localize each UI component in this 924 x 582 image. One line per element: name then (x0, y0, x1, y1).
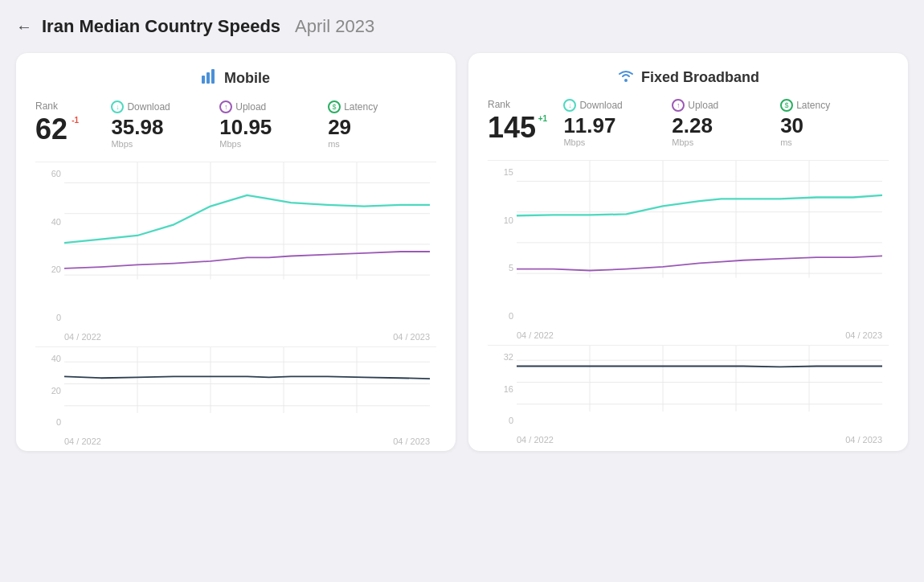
broadband-latency-chart: 32 16 0 04 / 2022 04 / 2023 (488, 345, 889, 449)
broadband-latency: $ Latency 30 ms (780, 99, 889, 147)
cards-row: Mobile Rank 62 -1 ↓ Download 35.98 Mbps (16, 53, 908, 451)
svg-rect-0 (202, 76, 205, 84)
page-header: ← Iran Median Country Speeds April 2023 (16, 16, 908, 37)
mobile-latency-y-labels: 40 20 0 (35, 347, 64, 427)
broadband-download: ↓ Download 11.97 Mbps (563, 99, 672, 147)
mobile-rank-change: -1 (72, 117, 79, 125)
mobile-speed-svg (64, 162, 430, 287)
page-title-date: April 2023 (295, 16, 374, 37)
broadband-speed-y-labels: 15 10 5 0 (488, 161, 517, 321)
upload-icon: ↑ (219, 100, 232, 113)
mobile-latency-svg (64, 347, 430, 413)
mobile-rank: Rank 62 -1 (35, 100, 111, 144)
broadband-latency-icon: $ (780, 99, 793, 112)
broadband-latency-y-labels: 32 16 0 (488, 346, 517, 425)
mobile-latency-x-labels: 04 / 2022 04 / 2023 (64, 436, 430, 446)
mobile-latency-chart: 40 20 0 04 / 2022 04 / 2023 (35, 346, 436, 451)
mobile-card: Mobile Rank 62 -1 ↓ Download 35.98 Mbps (16, 53, 456, 451)
broadband-speed-svg (517, 161, 882, 285)
mobile-card-title: Mobile (35, 69, 436, 88)
mobile-latency: $ Latency 29 ms (328, 100, 436, 149)
svg-rect-1 (206, 72, 210, 84)
mobile-chart-icon (202, 69, 218, 88)
broadband-latency-svg (517, 346, 882, 412)
broadband-upload: ↑ Upload 2.28 Mbps (672, 99, 780, 147)
download-icon: ↓ (111, 100, 124, 113)
mobile-speed-y-labels: 60 40 20 0 (35, 162, 64, 322)
back-arrow[interactable]: ← (16, 18, 32, 36)
mobile-speed-chart: 60 40 20 0 04 (35, 162, 436, 346)
broadband-rank-change: +1 (538, 115, 547, 123)
mobile-stats-row: Rank 62 -1 ↓ Download 35.98 Mbps ↑ Uploa… (35, 100, 436, 149)
svg-point-18 (624, 79, 628, 82)
mobile-upload: ↑ Upload 10.95 Mbps (219, 100, 328, 149)
broadband-card-title: Fixed Broadband (488, 69, 889, 86)
broadband-speed-x-labels: 04 / 2022 04 / 2023 (517, 330, 882, 340)
broadband-speed-chart: 15 10 5 0 04 / 2022 04 / (488, 160, 889, 345)
broadband-card: Fixed Broadband Rank 145 +1 ↓ Download 1… (468, 53, 908, 451)
broadband-latency-x-labels: 04 / 2022 04 / 2023 (517, 435, 882, 445)
latency-icon: $ (328, 100, 341, 113)
wifi-icon (617, 69, 635, 86)
broadband-download-icon: ↓ (563, 99, 576, 112)
broadband-upload-icon: ↑ (672, 99, 685, 112)
broadband-stats-row: Rank 145 +1 ↓ Download 11.97 Mbps ↑ Uplo… (488, 99, 889, 147)
page-title-main: Iran Median Country Speeds (42, 16, 280, 37)
mobile-download: ↓ Download 35.98 Mbps (111, 100, 219, 149)
mobile-speed-x-labels: 04 / 2022 04 / 2023 (64, 332, 430, 342)
svg-rect-2 (211, 69, 215, 84)
broadband-rank: Rank 145 +1 (488, 99, 563, 142)
